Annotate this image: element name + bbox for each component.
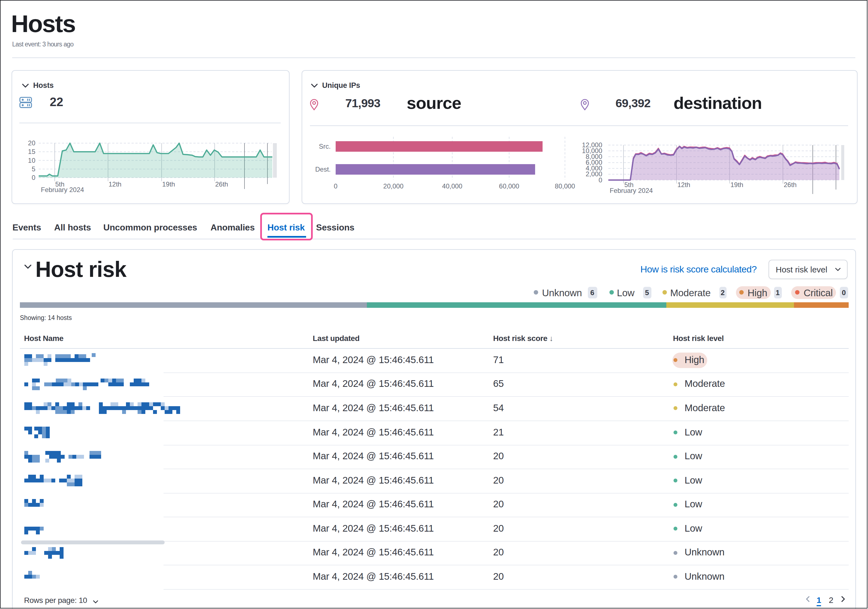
- svg-text:20: 20: [28, 139, 36, 147]
- svg-text:Dest.: Dest.: [315, 166, 331, 173]
- svg-text:0: 0: [599, 176, 602, 184]
- svg-text:40,000: 40,000: [442, 182, 462, 190]
- svg-text:February 2024: February 2024: [610, 187, 653, 194]
- svg-text:26th: 26th: [215, 180, 228, 188]
- svg-text:19th: 19th: [730, 181, 743, 189]
- svg-text:0: 0: [32, 174, 36, 181]
- svg-text:80,000: 80,000: [555, 182, 575, 190]
- svg-text:60,000: 60,000: [499, 182, 519, 190]
- svg-text:20,000: 20,000: [383, 182, 403, 190]
- svg-text:26th: 26th: [784, 181, 797, 189]
- svg-text:10: 10: [28, 157, 36, 164]
- svg-text:12th: 12th: [677, 181, 690, 189]
- svg-text:5: 5: [32, 165, 36, 173]
- svg-text:February 2024: February 2024: [41, 186, 84, 194]
- svg-text:Src.: Src.: [319, 143, 331, 150]
- svg-text:15: 15: [28, 148, 36, 155]
- svg-text:0: 0: [334, 182, 337, 190]
- svg-text:12th: 12th: [108, 180, 122, 188]
- svg-text:19th: 19th: [162, 180, 175, 188]
